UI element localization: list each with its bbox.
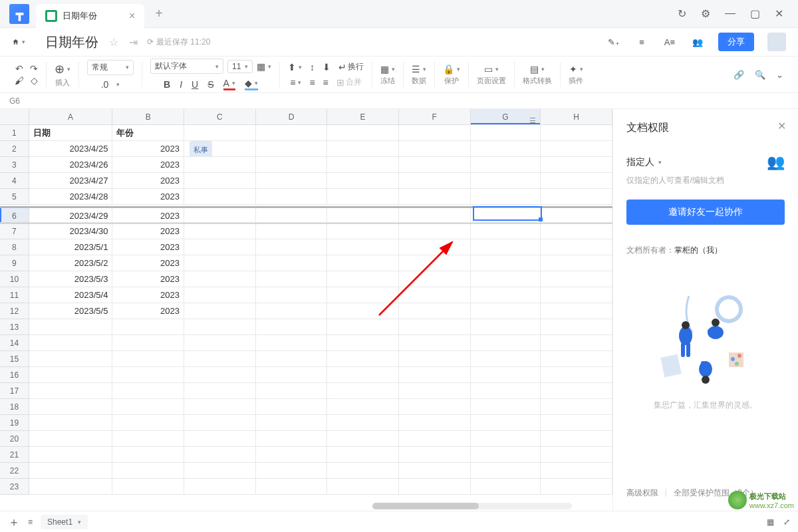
cell[interactable] bbox=[399, 351, 471, 367]
cell[interactable] bbox=[256, 479, 328, 495]
col-header-F[interactable]: F bbox=[399, 109, 471, 125]
cell[interactable] bbox=[256, 271, 328, 287]
table-row[interactable]: 22 bbox=[0, 463, 612, 479]
collapse-toolbar-icon[interactable]: ⌄ bbox=[776, 70, 783, 80]
cell[interactable] bbox=[184, 415, 256, 431]
table-row[interactable]: 13 bbox=[0, 319, 612, 335]
cell[interactable] bbox=[471, 351, 541, 367]
cell[interactable]: 2023 bbox=[112, 189, 184, 205]
cell[interactable] bbox=[541, 383, 612, 399]
cell[interactable] bbox=[184, 431, 256, 447]
row-header[interactable]: 2 bbox=[0, 141, 29, 157]
cell[interactable] bbox=[541, 125, 612, 141]
cell[interactable] bbox=[184, 447, 256, 463]
cell[interactable] bbox=[256, 125, 328, 141]
row-header[interactable]: 9 bbox=[0, 255, 29, 271]
cell[interactable] bbox=[327, 383, 399, 399]
cell[interactable] bbox=[256, 335, 328, 351]
row-header[interactable]: 20 bbox=[0, 431, 29, 447]
cell[interactable] bbox=[399, 479, 471, 495]
cell[interactable] bbox=[256, 367, 328, 383]
home-icon[interactable]: ▾ bbox=[12, 35, 25, 49]
cell[interactable] bbox=[29, 447, 113, 463]
clear-format-icon[interactable]: ◇ bbox=[31, 75, 38, 86]
cell[interactable] bbox=[256, 189, 328, 205]
cell[interactable] bbox=[541, 239, 612, 255]
convert-icon[interactable]: ▤▾ bbox=[530, 64, 545, 74]
cell[interactable] bbox=[29, 431, 113, 447]
cell[interactable] bbox=[327, 208, 399, 223]
cell[interactable] bbox=[541, 141, 612, 157]
data-icon[interactable]: ☰▾ bbox=[412, 64, 426, 74]
cell[interactable]: 2023/5/3 bbox=[29, 271, 113, 287]
cell[interactable] bbox=[399, 173, 471, 189]
move-folder-icon[interactable]: ⇥ bbox=[129, 36, 138, 49]
cell[interactable] bbox=[327, 399, 399, 415]
cell[interactable] bbox=[256, 208, 328, 223]
table-row[interactable]: 19 bbox=[0, 415, 612, 431]
cell-reference[interactable]: G6 bbox=[9, 96, 36, 106]
cell[interactable] bbox=[256, 239, 328, 255]
cell[interactable] bbox=[471, 157, 541, 173]
col-header-H[interactable]: H bbox=[541, 109, 612, 125]
cell[interactable] bbox=[256, 431, 328, 447]
cell[interactable]: 2023 bbox=[112, 173, 184, 189]
cell[interactable] bbox=[184, 208, 256, 223]
cell[interactable] bbox=[541, 255, 612, 271]
cell[interactable] bbox=[541, 431, 612, 447]
merge-icon[interactable]: ⊞合并 bbox=[336, 76, 362, 88]
cell[interactable] bbox=[541, 189, 612, 205]
cell[interactable] bbox=[541, 208, 612, 223]
cell[interactable] bbox=[471, 287, 541, 303]
cell[interactable] bbox=[327, 157, 399, 173]
row-header[interactable]: 14 bbox=[0, 335, 29, 351]
table-row[interactable]: 112023/5/42023 bbox=[0, 287, 612, 303]
cell[interactable]: 2023/4/29 bbox=[29, 208, 113, 223]
row-header[interactable]: 7 bbox=[0, 223, 29, 239]
collaborator-icon[interactable]: 👥 bbox=[690, 35, 705, 49]
cell[interactable] bbox=[399, 415, 471, 431]
font-size-select[interactable]: 11▾ bbox=[227, 60, 253, 73]
cell[interactable]: 2023/5/5 bbox=[29, 303, 113, 319]
decimal-format-icon[interactable]: .0 bbox=[101, 79, 109, 90]
row-header[interactable]: 4 bbox=[0, 173, 29, 189]
row-header[interactable]: 23 bbox=[0, 479, 29, 495]
cell[interactable] bbox=[541, 415, 612, 431]
row-header[interactable]: 15 bbox=[0, 351, 29, 367]
table-row[interactable]: 102023/5/32023 bbox=[0, 271, 612, 287]
cell[interactable] bbox=[327, 173, 399, 189]
filter-icon[interactable]: ☰ bbox=[529, 112, 536, 128]
cell[interactable] bbox=[471, 271, 541, 287]
cell[interactable] bbox=[399, 157, 471, 173]
invite-button[interactable]: 邀请好友一起协作 bbox=[626, 200, 785, 225]
protect-icon[interactable]: 🔒▾ bbox=[443, 64, 460, 74]
bold-button[interactable]: B bbox=[164, 79, 170, 90]
table-row[interactable]: 14 bbox=[0, 335, 612, 351]
cell[interactable] bbox=[471, 319, 541, 335]
table-row[interactable]: 72023/4/302023 bbox=[0, 223, 612, 239]
cell[interactable]: 私事 bbox=[184, 141, 256, 157]
valign-top-icon[interactable]: ⬆▾ bbox=[288, 62, 302, 72]
cell[interactable] bbox=[112, 415, 184, 431]
cell[interactable] bbox=[327, 125, 399, 141]
col-header-C[interactable]: C bbox=[184, 109, 256, 125]
cell[interactable] bbox=[184, 383, 256, 399]
cell[interactable] bbox=[112, 399, 184, 415]
cell[interactable] bbox=[29, 399, 113, 415]
row-header[interactable]: 1 bbox=[0, 125, 29, 141]
cell[interactable] bbox=[327, 319, 399, 335]
window-close-icon[interactable]: ✕ bbox=[775, 7, 783, 20]
cell[interactable] bbox=[399, 189, 471, 205]
table-row[interactable]: 32023/4/262023 bbox=[0, 157, 612, 173]
page-icon[interactable]: ▭▾ bbox=[484, 64, 499, 74]
cell[interactable] bbox=[471, 479, 541, 495]
cell[interactable] bbox=[256, 157, 328, 173]
cell[interactable] bbox=[399, 141, 471, 157]
sync-icon[interactable]: ↻ bbox=[678, 7, 686, 20]
cell[interactable] bbox=[471, 335, 541, 351]
settings-icon[interactable]: ⚙ bbox=[701, 7, 710, 20]
cell[interactable] bbox=[541, 157, 612, 173]
cell[interactable] bbox=[399, 125, 471, 141]
cell[interactable] bbox=[112, 479, 184, 495]
cell[interactable] bbox=[471, 383, 541, 399]
